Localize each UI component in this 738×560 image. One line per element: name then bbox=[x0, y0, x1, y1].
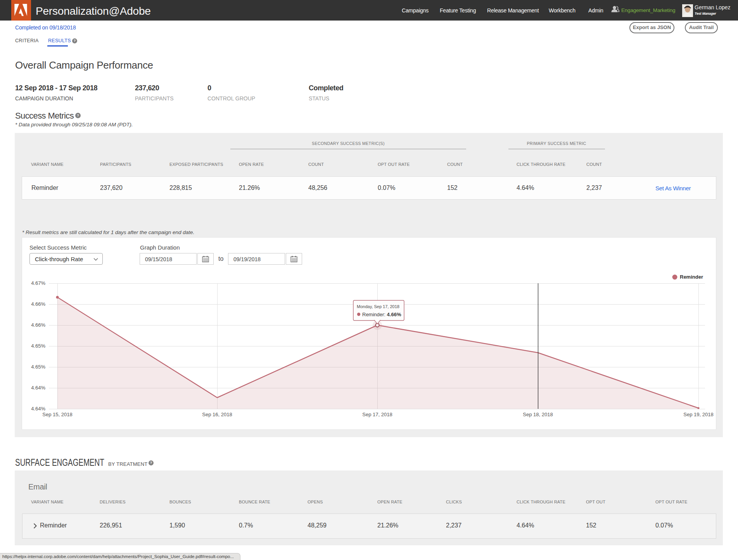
svg-text:4.65%: 4.65% bbox=[31, 364, 45, 370]
svg-text:Monday, Sep 17, 2018: Monday, Sep 17, 2018 bbox=[357, 304, 399, 309]
svg-text:4.64%: 4.64% bbox=[31, 406, 45, 412]
svg-text:4.65%: 4.65% bbox=[31, 343, 45, 349]
svg-text:Reminder: Reminder bbox=[680, 274, 703, 280]
svg-text:Sep 17, 2018: Sep 17, 2018 bbox=[362, 412, 392, 417]
svg-text:Sep 16, 2018: Sep 16, 2018 bbox=[202, 412, 232, 417]
svg-text:4.66%: 4.66% bbox=[31, 301, 45, 307]
svg-text:Sep 19, 2018: Sep 19, 2018 bbox=[683, 412, 713, 417]
svg-text:4.67%: 4.67% bbox=[31, 280, 45, 286]
svg-text:Sep 18, 2018: Sep 18, 2018 bbox=[523, 412, 553, 417]
svg-text:4.64%: 4.64% bbox=[31, 385, 45, 391]
svg-text:Reminder: 4.66%: Reminder: 4.66% bbox=[362, 312, 401, 317]
svg-text:Sep 15, 2018: Sep 15, 2018 bbox=[42, 412, 72, 417]
svg-text:4.66%: 4.66% bbox=[31, 322, 45, 328]
